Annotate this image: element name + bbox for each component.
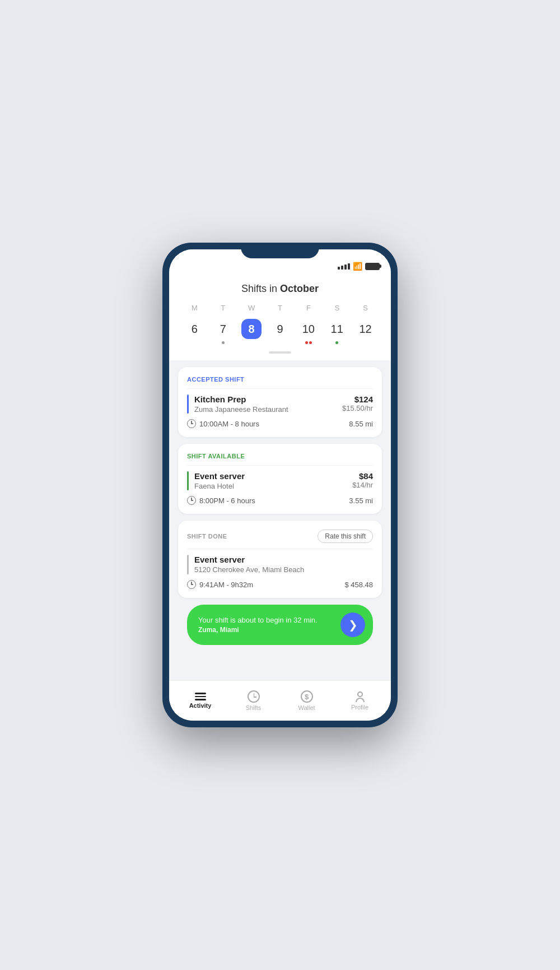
- card-status-available: SHIFT AVAILABLE: [187, 453, 245, 460]
- card-info-top-accepted: Kitchen Prep $124: [194, 395, 373, 404]
- nav-item-shifts[interactable]: Shifts: [227, 690, 280, 711]
- calendar-handle-bar: [269, 351, 291, 354]
- shift-time-accepted: 10:00AM - 8 hours: [187, 419, 259, 428]
- shift-card-done[interactable]: SHIFT DONE Rate this shift Event server …: [178, 521, 382, 598]
- shift-total-available: $84: [359, 471, 373, 481]
- shift-rate-accepted: $15.50/hr: [342, 404, 373, 414]
- shift-place-done: 5120 Cherokee Ave, Miami Beach: [194, 565, 304, 574]
- card-footer-accepted: 10:00AM - 8 hours 8.55 mi: [187, 419, 373, 428]
- nav-label-shifts: Shifts: [246, 704, 262, 711]
- calendar-section: Shifts in October M T W T F S S 6: [169, 274, 391, 360]
- shift-time-available: 8:00PM - 6 hours: [187, 496, 255, 505]
- shift-place-accepted: Zuma Japaneese Restaurant: [194, 405, 288, 414]
- cal-dots-7: [222, 340, 225, 345]
- shift-card-available[interactable]: SHIFT AVAILABLE Event server $84 Faena H…: [178, 444, 382, 514]
- card-header-done: SHIFT DONE Rate this shift: [187, 530, 373, 543]
- cal-dots-11: [335, 340, 338, 345]
- calendar-days-header: M T W T F S S: [180, 304, 380, 312]
- banner-arrow-button[interactable]: ❯: [340, 612, 365, 637]
- shift-total-accepted: $124: [354, 395, 373, 404]
- card-bar-green: [187, 471, 189, 490]
- arrow-right-icon: ❯: [348, 619, 358, 630]
- card-divider-1: [187, 388, 373, 389]
- shift-distance-available: 3.55 mi: [349, 496, 373, 505]
- card-info-available: Event server $84 Faena Hotel $14/hr: [194, 471, 373, 490]
- card-status-done: SHIFT DONE: [187, 533, 227, 540]
- cards-section: ACCEPTED SHIFT Kitchen Prep $124 Zuma Ja…: [169, 360, 391, 680]
- battery-icon: [365, 263, 380, 270]
- shift-card-accepted[interactable]: ACCEPTED SHIFT Kitchen Prep $124 Zuma Ja…: [178, 367, 382, 437]
- signal-icon: [338, 263, 350, 270]
- card-divider-3: [187, 549, 373, 549]
- calendar-date-6: 6: [184, 319, 204, 339]
- card-divider-2: [187, 465, 373, 466]
- calendar-date-9: 9: [270, 319, 290, 339]
- rate-shift-button[interactable]: Rate this shift: [318, 530, 373, 543]
- status-icons: 📶: [338, 262, 380, 271]
- shifts-clock-icon: [248, 690, 260, 703]
- dot-gray: [222, 341, 225, 344]
- calendar-date-7: 7: [213, 319, 233, 339]
- nav-item-profile[interactable]: Profile: [333, 691, 386, 711]
- shift-time-done: 9:41AM - 9h32m: [187, 580, 253, 589]
- clock-icon-done: [187, 580, 196, 589]
- calendar-dates: 6 7 8: [180, 317, 380, 347]
- banner-text: Your shift is about to begin in 32 min. …: [198, 615, 340, 635]
- nav-label-wallet: Wallet: [298, 704, 315, 711]
- calendar-day-12[interactable]: 12: [351, 317, 380, 347]
- calendar-title: Shifts in October: [180, 283, 380, 295]
- calendar-handle: [180, 351, 380, 354]
- calendar-day-11[interactable]: 11: [323, 317, 351, 347]
- phone-frame: 📶 Shifts in October M T W T F S S: [162, 243, 398, 727]
- profile-person-icon: [356, 691, 365, 702]
- card-info-top-done: Event server: [194, 555, 373, 564]
- card-bar-gray: [187, 555, 189, 574]
- card-body-accepted: Kitchen Prep $124 Zuma Japaneese Restaur…: [187, 395, 373, 414]
- dot-red-1: [305, 341, 308, 344]
- shift-distance-accepted: 8.55 mi: [349, 420, 373, 428]
- screen-content: Shifts in October M T W T F S S 6: [169, 274, 391, 680]
- card-header-accepted: ACCEPTED SHIFT: [187, 376, 373, 383]
- calendar-day-9[interactable]: 9: [266, 317, 295, 347]
- phone-notch: [241, 243, 319, 258]
- clock-icon-available: [187, 496, 196, 505]
- wifi-icon: 📶: [353, 262, 362, 271]
- dot-green: [335, 341, 338, 344]
- card-body-available: Event server $84 Faena Hotel $14/hr: [187, 471, 373, 490]
- wallet-dollar-icon: $: [301, 690, 313, 703]
- shift-place-available: Faena Hotel: [194, 482, 234, 490]
- shift-total-done: $ 458.48: [344, 581, 373, 589]
- card-info-done: Event server 5120 Cherokee Ave, Miami Be…: [194, 555, 373, 574]
- card-footer-available: 8:00PM - 6 hours 3.55 mi: [187, 496, 373, 505]
- nav-item-wallet[interactable]: $ Wallet: [280, 690, 333, 711]
- card-info-top-available: Event server $84: [194, 471, 373, 481]
- card-info-accepted: Kitchen Prep $124 Zuma Japaneese Restaur…: [194, 395, 373, 414]
- shift-name-available: Event server: [194, 471, 245, 481]
- cal-dots-10: [305, 340, 312, 345]
- card-bar-blue: [187, 395, 189, 414]
- bottom-nav: Activity Shifts $ Wallet: [169, 680, 391, 721]
- calendar-date-12: 12: [356, 319, 376, 339]
- calendar-day-7[interactable]: 7: [209, 317, 237, 347]
- phone-screen: 📶 Shifts in October M T W T F S S: [169, 249, 391, 721]
- nav-label-profile: Profile: [351, 704, 368, 711]
- calendar-date-11: 11: [327, 319, 347, 339]
- calendar-date-8: 8: [241, 319, 262, 339]
- notification-banner[interactable]: Your shift is about to begin in 32 min. …: [187, 605, 373, 645]
- hamburger-icon: [195, 693, 206, 700]
- clock-icon-accepted: [187, 419, 196, 428]
- card-header-available: SHIFT AVAILABLE: [187, 453, 373, 460]
- card-body-done: Event server 5120 Cherokee Ave, Miami Be…: [187, 555, 373, 574]
- calendar-date-10: 10: [298, 319, 319, 339]
- shift-rate-available: $14/hr: [352, 481, 373, 490]
- shift-name-done: Event server: [194, 555, 245, 564]
- card-footer-done: 9:41AM - 9h32m $ 458.48: [187, 580, 373, 589]
- calendar-day-10[interactable]: 10: [294, 317, 323, 347]
- shift-name-accepted: Kitchen Prep: [194, 395, 246, 404]
- nav-item-activity[interactable]: Activity: [174, 693, 227, 709]
- nav-label-activity: Activity: [189, 702, 212, 709]
- dot-red-2: [309, 341, 312, 344]
- calendar-day-6[interactable]: 6: [180, 317, 209, 347]
- calendar-day-8[interactable]: 8: [237, 317, 266, 347]
- card-status-accepted: ACCEPTED SHIFT: [187, 376, 244, 383]
